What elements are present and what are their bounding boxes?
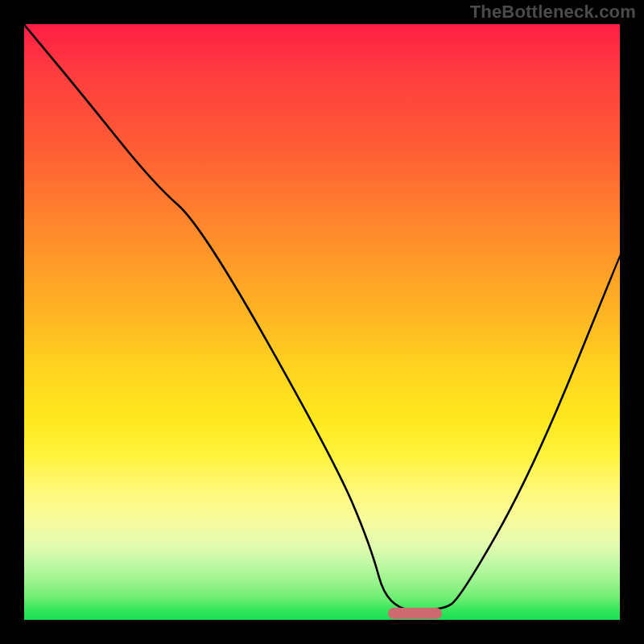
watermark-text: TheBottleneck.com: [470, 2, 636, 23]
plot-area: [19, 19, 625, 625]
gradient-background: [22, 22, 622, 622]
optimal-range-marker: [388, 608, 442, 619]
chart-frame: TheBottleneck.com: [0, 0, 644, 644]
